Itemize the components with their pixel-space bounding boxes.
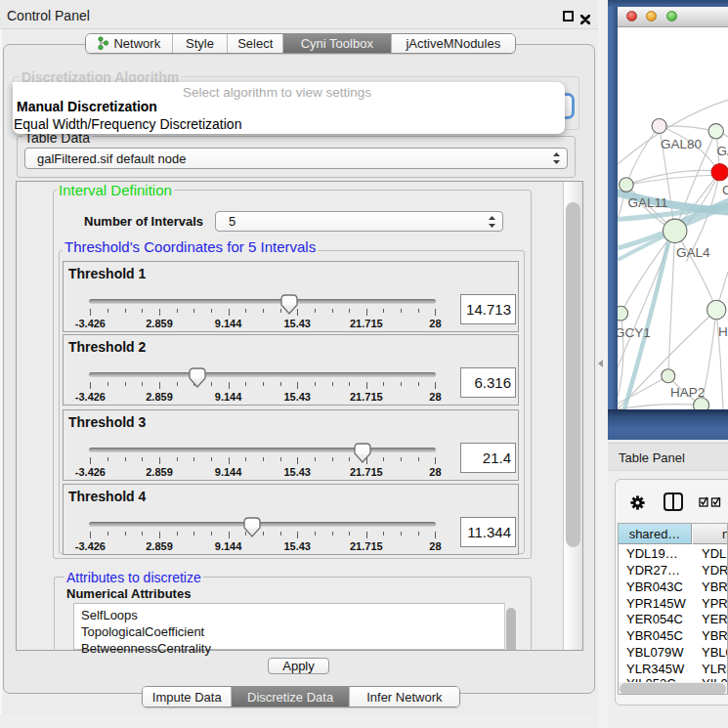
svg-text:GAL4: GAL4 (676, 245, 710, 260)
svg-text:GAL: GAL (717, 144, 728, 158)
svg-text:GCY1: GCY1 (618, 325, 651, 340)
svg-text:GAL80: GAL80 (661, 137, 702, 151)
svg-text:CR: CR (722, 183, 728, 197)
svg-text:HAP2: HAP2 (670, 385, 705, 400)
svg-text:GAL11: GAL11 (627, 195, 667, 210)
svg-text:H: H (718, 324, 728, 339)
